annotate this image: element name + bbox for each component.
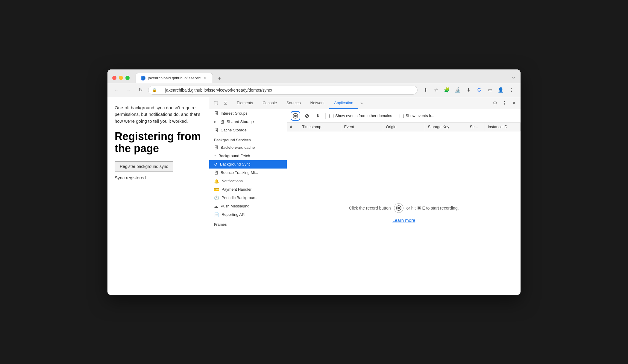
close-devtools-icon[interactable]: ✕ (510, 99, 518, 107)
devtools-tabs: Elements Console Sources Network Applica… (232, 97, 488, 109)
page-content: One-off background sync doesn't require … (107, 97, 209, 295)
col-timestamp: Timestamp... (299, 123, 341, 131)
sidebar-item-backforward-cache[interactable]: 🗄 Back/forward cache (209, 143, 287, 152)
shared-storage-icon: 🗄 (220, 119, 224, 124)
mini-record-dot (398, 207, 400, 209)
sidebar-item-background-fetch[interactable]: ↕ Background Fetch (209, 152, 287, 160)
close-button[interactable] (112, 76, 116, 80)
show-events-checkbox2[interactable] (400, 114, 404, 118)
learn-more-link[interactable]: Learn more (392, 218, 415, 223)
record-button-inner (293, 113, 298, 119)
tab-network[interactable]: Network (306, 97, 330, 109)
sidebar-item-shared-storage[interactable]: ▶ 🗄 Shared Storage (209, 118, 287, 126)
background-fetch-icon: ↕ (214, 154, 216, 158)
sidebar-item-payment-handler[interactable]: 💳 Payment Handler (209, 185, 287, 194)
reporting-api-icon: 📄 (214, 212, 219, 217)
tab-favicon: 🔵 (141, 76, 145, 81)
tab-console[interactable]: Console (258, 97, 282, 109)
minimize-button[interactable] (119, 76, 123, 80)
sidebar-item-periodic-background[interactable]: 🕐 Periodic Backgroun... (209, 194, 287, 202)
devtools-icons-right: ⚙ ⋮ ✕ (488, 99, 521, 107)
profile-icon[interactable]: 👤 (497, 86, 505, 94)
tab-close-button[interactable]: ✕ (203, 76, 208, 81)
page-description: One-off background sync doesn't require … (115, 104, 202, 125)
sidebar-item-background-sync[interactable]: ↺ Background Sync (209, 160, 287, 169)
expand-icon: ▶ (214, 120, 216, 123)
more-tabs-button[interactable]: » (358, 97, 365, 109)
devtools-main: ⊘ ⬇ Show events from other domains Show … (287, 109, 521, 295)
clear-button[interactable]: ⊘ (303, 112, 311, 120)
lock-icon: 🔒 (152, 88, 157, 92)
title-bar: 🔵 jakearchibald.github.io/isservic ✕ + ⌄ (107, 69, 521, 83)
page-heading: Registering from the page (115, 131, 202, 154)
periodic-background-icon: 🕐 (214, 195, 219, 200)
interest-groups-icon: 🗄 (214, 111, 218, 116)
extensions-icon[interactable]: 🧩 (443, 86, 451, 94)
sidebar-item-bounce-tracking[interactable]: 🗄 Bounce Tracking Mi... (209, 169, 287, 177)
separator (325, 113, 326, 119)
show-events-label[interactable]: Show events from other domains (329, 113, 392, 118)
backforward-cache-icon: 🗄 (214, 145, 218, 150)
empty-state: Click the record button or hit ⌘ E to st… (287, 131, 521, 295)
table-container: # Timestamp... Event Origin Storage Key … (287, 123, 521, 131)
forward-button[interactable]: → (124, 86, 133, 94)
tabs-area: 🔵 jakearchibald.github.io/isservic ✕ + (136, 73, 508, 83)
show-events-label2[interactable]: Show events fr... (400, 113, 434, 118)
bounce-tracking-icon: 🗄 (214, 170, 218, 175)
cache-storage-icon: 🗄 (214, 128, 218, 133)
sidebar-item-reporting-api[interactable]: 📄 Reporting API (209, 210, 287, 219)
sidebar-item-notifications[interactable]: 🔔 Notifications (209, 177, 287, 185)
split-view-icon[interactable]: ▭ (486, 86, 494, 94)
notifications-icon: 🔔 (214, 179, 219, 183)
inspect-element-icon[interactable]: ⬚ (212, 99, 220, 107)
events-table: # Timestamp... Event Origin Storage Key … (287, 123, 521, 131)
device-toolbar-icon[interactable]: ⧖ (221, 99, 230, 107)
back-button[interactable]: ← (112, 86, 121, 94)
devtools-more-icon[interactable]: ⋮ (500, 99, 509, 107)
google-icon[interactable]: G (475, 86, 483, 94)
menu-icon[interactable]: ⋮ (507, 86, 516, 94)
sync-status: Sync registered (115, 175, 202, 180)
traffic-lights (112, 76, 130, 80)
sidebar-item-push-messaging[interactable]: ☁ Push Messaging (209, 202, 287, 210)
browser-tab[interactable]: 🔵 jakearchibald.github.io/isservic ✕ (136, 73, 213, 83)
browser-window: 🔵 jakearchibald.github.io/isservic ✕ + ⌄… (107, 69, 521, 295)
main-content: One-off background sync doesn't require … (107, 97, 521, 295)
col-event: Event (341, 123, 383, 131)
eyedropper-icon[interactable]: 🔬 (453, 86, 462, 94)
sidebar-item-cache-storage[interactable]: 🗄 Cache Storage (209, 126, 287, 134)
share-icon[interactable]: ⬆ (421, 86, 430, 94)
mini-record-inner (396, 205, 401, 211)
devtools-icons-left: ⬚ ⧖ (209, 99, 232, 107)
record-toolbar: ⊘ ⬇ Show events from other domains Show … (287, 109, 521, 123)
col-origin: Origin (383, 123, 425, 131)
mini-record-button (394, 203, 404, 213)
col-storage-key: Storage Key (425, 123, 467, 131)
record-button[interactable] (291, 111, 300, 121)
address-bar: ← → ↻ 🔒 jakearchibald.github.io/isservic… (107, 83, 521, 97)
sidebar-item-interest-groups[interactable]: 🗄 Interest Groups (209, 109, 287, 118)
refresh-button[interactable]: ↻ (136, 86, 145, 94)
payment-handler-icon: 💳 (214, 187, 219, 192)
bookmark-icon[interactable]: ☆ (432, 86, 440, 94)
devtools-panel: ⬚ ⧖ Elements Console Sources Network (209, 97, 521, 295)
tab-elements[interactable]: Elements (232, 97, 258, 109)
devtools-sidebar: 🗄 Interest Groups ▶ 🗄 Shared Storage 🗄 C… (209, 109, 287, 295)
show-events-checkbox[interactable] (329, 114, 333, 118)
background-services-section: Background Services (209, 136, 287, 143)
maximize-button[interactable] (125, 76, 130, 80)
record-dot (294, 115, 297, 117)
frames-section: Frames (209, 220, 287, 228)
register-sync-button[interactable]: Register background sync (115, 161, 173, 172)
empty-state-text: Click the record button or hit ⌘ E to st… (349, 203, 459, 213)
download-icon[interactable]: ⬇ (464, 86, 473, 94)
background-sync-icon: ↺ (214, 162, 218, 167)
tab-sources[interactable]: Sources (282, 97, 306, 109)
tab-application[interactable]: Application (329, 97, 358, 109)
settings-icon[interactable]: ⚙ (491, 99, 499, 107)
devtools-topbar: ⬚ ⧖ Elements Console Sources Network (209, 97, 521, 109)
new-tab-button[interactable]: + (215, 75, 224, 83)
col-se: Se... (467, 123, 485, 131)
download-button[interactable]: ⬇ (313, 112, 322, 120)
address-input[interactable]: 🔒 jakearchibald.github.io/isserviceworke… (148, 86, 418, 95)
